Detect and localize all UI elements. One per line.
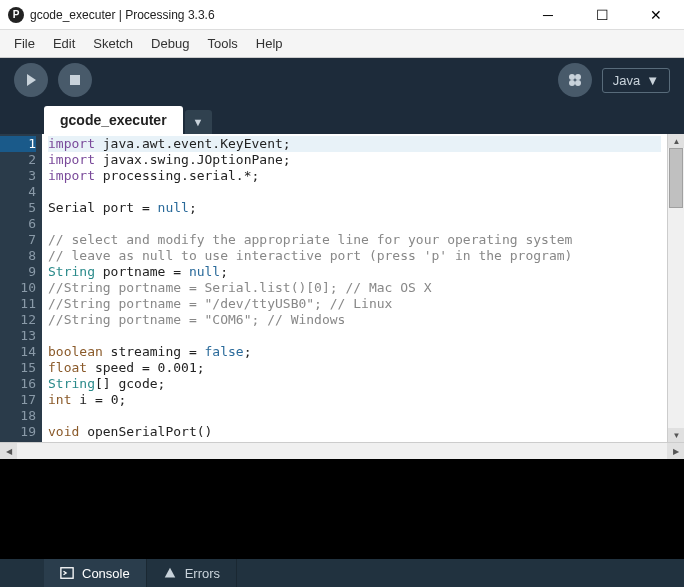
line-number: 17 [0, 392, 36, 408]
code-line[interactable]: int i = 0; [48, 392, 661, 408]
line-number: 15 [0, 360, 36, 376]
mode-selector[interactable]: Java ▼ [602, 68, 670, 93]
line-number: 19 [0, 424, 36, 440]
code-line[interactable]: //String portname = Serial.list()[0]; //… [48, 280, 661, 296]
line-number: 7 [0, 232, 36, 248]
code-line[interactable]: import processing.serial.*; [48, 168, 661, 184]
line-number: 11 [0, 296, 36, 312]
line-number: 1 [0, 136, 36, 152]
minimize-button[interactable]: ─ [528, 0, 568, 30]
stop-button[interactable] [58, 63, 92, 97]
code-line[interactable]: float speed = 0.001; [48, 360, 661, 376]
code-line[interactable]: //String portname = "/dev/ttyUSB0"; // L… [48, 296, 661, 312]
window-titlebar: P gcode_executer | Processing 3.3.6 ─ ☐ … [0, 0, 684, 30]
butterfly-icon [567, 72, 583, 88]
svg-point-3 [569, 80, 575, 86]
line-number: 14 [0, 344, 36, 360]
line-number: 13 [0, 328, 36, 344]
close-button[interactable]: ✕ [636, 0, 676, 30]
code-line[interactable]: Serial port = null; [48, 200, 661, 216]
line-number: 8 [0, 248, 36, 264]
code-line[interactable]: boolean streaming = false; [48, 344, 661, 360]
code-line[interactable] [48, 216, 661, 232]
menu-edit[interactable]: Edit [45, 32, 83, 55]
scroll-up-arrow[interactable]: ▲ [668, 134, 684, 148]
code-line[interactable]: import javax.swing.JOptionPane; [48, 152, 661, 168]
window-title: gcode_executer | Processing 3.3.6 [30, 8, 528, 22]
menu-sketch[interactable]: Sketch [85, 32, 141, 55]
tab-dropdown[interactable]: ▼ [185, 110, 212, 134]
chevron-down-icon: ▼ [646, 73, 659, 88]
menu-help[interactable]: Help [248, 32, 291, 55]
errors-tab[interactable]: Errors [147, 559, 237, 587]
bottom-tabs: Console Errors [0, 559, 684, 587]
svg-point-1 [569, 74, 575, 80]
vertical-scrollbar[interactable]: ▲ ▼ [667, 134, 684, 442]
line-number: 3 [0, 168, 36, 184]
scroll-down-arrow[interactable]: ▼ [668, 428, 684, 442]
line-number: 4 [0, 184, 36, 200]
code-line[interactable]: //String portname = "COM6"; // Windows [48, 312, 661, 328]
line-number: 18 [0, 408, 36, 424]
code-line[interactable]: void openSerialPort() [48, 424, 661, 440]
debug-button[interactable] [558, 63, 592, 97]
scroll-right-arrow[interactable]: ▶ [667, 443, 684, 460]
maximize-button[interactable]: ☐ [582, 0, 622, 30]
tab-active[interactable]: gcode_executer [44, 106, 183, 134]
svg-point-4 [575, 80, 581, 86]
menubar: File Edit Sketch Debug Tools Help [0, 30, 684, 58]
code-line[interactable]: String[] gcode; [48, 376, 661, 392]
line-number: 16 [0, 376, 36, 392]
code-line[interactable] [48, 328, 661, 344]
console-icon [60, 566, 74, 580]
play-icon [24, 73, 38, 87]
warning-icon [163, 566, 177, 580]
svg-point-2 [575, 74, 581, 80]
code-area[interactable]: import java.awt.event.KeyEvent;import ja… [42, 134, 667, 442]
line-number: 6 [0, 216, 36, 232]
svg-rect-0 [70, 75, 80, 85]
menu-debug[interactable]: Debug [143, 32, 197, 55]
menu-tools[interactable]: Tools [199, 32, 245, 55]
scroll-thumb[interactable] [669, 148, 683, 208]
editor: 12345678910111213141516171819 import jav… [0, 134, 684, 442]
mode-label: Java [613, 73, 640, 88]
code-line[interactable] [48, 408, 661, 424]
code-line[interactable]: // select and modify the appropriate lin… [48, 232, 661, 248]
code-line[interactable]: // leave as null to use interactive port… [48, 248, 661, 264]
run-button[interactable] [14, 63, 48, 97]
line-number: 9 [0, 264, 36, 280]
scroll-left-arrow[interactable]: ◀ [0, 443, 17, 460]
code-line[interactable] [48, 184, 661, 200]
toolbar: Java ▼ [0, 58, 684, 102]
line-number: 2 [0, 152, 36, 168]
stop-icon [69, 74, 81, 86]
line-number: 10 [0, 280, 36, 296]
code-line[interactable]: import java.awt.event.KeyEvent; [48, 136, 661, 152]
app-icon: P [8, 7, 24, 23]
console-output[interactable] [0, 459, 684, 559]
console-tab[interactable]: Console [44, 559, 147, 587]
line-number: 5 [0, 200, 36, 216]
code-line[interactable]: String portname = null; [48, 264, 661, 280]
horizontal-scrollbar[interactable]: ◀ ▶ [0, 442, 684, 459]
menu-file[interactable]: File [6, 32, 43, 55]
tab-bar: gcode_executer ▼ [0, 102, 684, 134]
line-number: 12 [0, 312, 36, 328]
console-tab-label: Console [82, 566, 130, 581]
line-gutter: 12345678910111213141516171819 [0, 134, 42, 442]
errors-tab-label: Errors [185, 566, 220, 581]
